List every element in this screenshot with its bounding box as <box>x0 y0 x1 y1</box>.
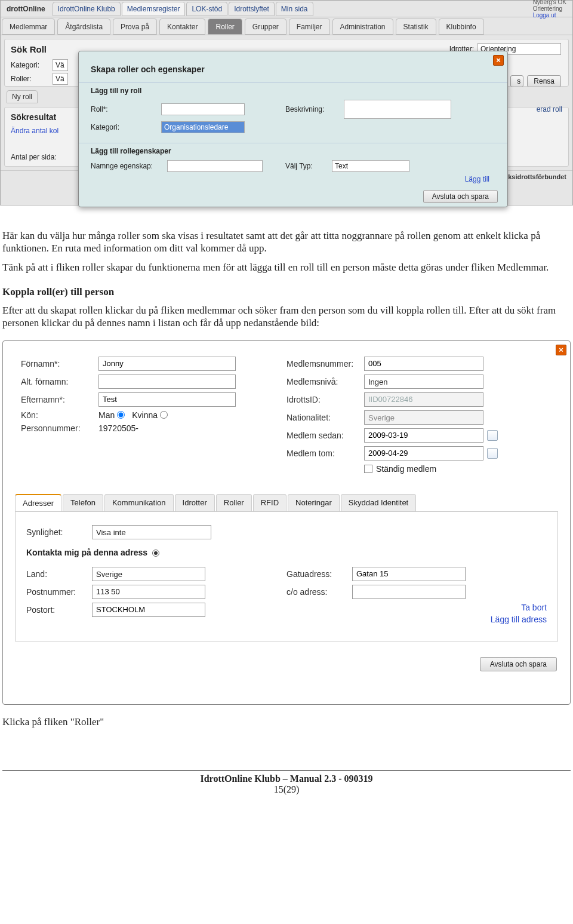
input-idrottsid <box>364 392 483 407</box>
label-medlem-tom: Medlem tom: <box>286 449 364 458</box>
close-icon[interactable]: × <box>556 345 566 355</box>
input-medlem-sedan[interactable] <box>364 428 483 443</box>
ptab-adresser[interactable]: Adresser <box>15 494 61 511</box>
ptab-skyddad[interactable]: Skyddad Identitet <box>341 494 416 511</box>
radio-man[interactable] <box>117 411 125 419</box>
checkbox-standig[interactable] <box>364 465 372 473</box>
top-tab-idrottslyftet[interactable]: Idrottslyftet <box>229 2 275 16</box>
paragraph-2: Tänk på att i fliken roller skapar du fu… <box>2 261 571 274</box>
sub-role-props: Lägg till rollegenskaper <box>91 147 495 155</box>
ptab-roller[interactable]: Roller <box>216 494 252 511</box>
new-role-tab[interactable]: Ny roll <box>7 90 38 103</box>
tab-provapa[interactable]: Prova på <box>113 19 157 35</box>
value-personnummer: 19720505- <box>98 423 138 433</box>
input-medlem-tom[interactable] <box>364 446 483 461</box>
label-egenskap: Namnge egenskap: <box>91 162 162 170</box>
search-button-trunc[interactable]: s <box>510 75 523 87</box>
label-beskrivning: Beskrivning: <box>285 105 339 113</box>
footer-rule <box>2 770 571 771</box>
logo-text: drottOnline <box>1 5 51 13</box>
close-icon[interactable]: × <box>493 55 504 66</box>
select-synlighet[interactable]: Visa inte <box>92 525 211 539</box>
ptab-rfid[interactable]: RFID <box>253 494 286 511</box>
label-typ: Välj Typ: <box>285 162 327 170</box>
sub-add-role: Lägg till ny roll <box>91 87 495 95</box>
label-medlem-sedan: Medlem sedan: <box>286 431 364 440</box>
select-kategori[interactable]: Organisationsledare <box>161 121 245 133</box>
tab-grupper[interactable]: Grupper <box>245 19 286 35</box>
input-postort[interactable] <box>92 603 205 617</box>
radio-contact-address[interactable] <box>152 550 159 557</box>
label-co-adress: c/o adress: <box>286 587 352 597</box>
tab-statistik[interactable]: Statistik <box>396 19 436 35</box>
input-gatuadress[interactable] <box>352 567 466 581</box>
label-alt-fornamn: Alt. förnamn: <box>21 377 98 386</box>
input-fornamn[interactable] <box>98 357 236 371</box>
label-nationalitet: Nationalitet: <box>286 413 364 422</box>
select-kategori-trunc[interactable]: Vä <box>53 59 68 71</box>
clear-button[interactable]: Rensa <box>527 75 561 87</box>
org-name: Nyberg's OK <box>533 0 566 5</box>
tab-administration[interactable]: Administration <box>332 19 393 35</box>
label-personnummer: Personnummer: <box>21 423 98 433</box>
radio-kvinna-label: Kvinna <box>132 410 158 420</box>
select-typ[interactable]: Text <box>332 160 409 172</box>
label-kategori-m: Kategori: <box>91 123 156 131</box>
label-postort: Postort: <box>26 605 92 615</box>
tab-roller[interactable]: Roller <box>208 19 242 35</box>
label-kategori: Kategori: <box>11 61 53 69</box>
ptab-telefon[interactable]: Telefon <box>63 494 103 511</box>
top-tab-klubb[interactable]: IdrottOnline Klubb <box>53 2 121 16</box>
input-co-adress[interactable] <box>352 585 466 599</box>
member-form: Förnamn*: Alt. förnamn: Efternamn*: Kön:… <box>3 341 570 483</box>
tab-klubbinfo[interactable]: Klubbinfo <box>439 19 484 35</box>
label-postnummer: Postnummer: <box>26 587 92 597</box>
select-nationalitet: Sverige <box>364 410 483 425</box>
ptab-idrotter[interactable]: Idrotter <box>175 494 215 511</box>
input-efternamn[interactable] <box>98 392 236 407</box>
tab-medlemmar[interactable]: Medlemmar <box>2 19 55 35</box>
select-roller-trunc[interactable]: Vä <box>53 73 68 85</box>
label-gatuadress: Gatuadress: <box>286 569 352 579</box>
member-edit-modal: × Förnamn*: Alt. förnamn: Efternamn*: Kö… <box>2 340 571 705</box>
paragraph-1: Här kan du välja hur många roller som sk… <box>2 229 571 255</box>
label-roller: Roller: <box>11 75 53 83</box>
top-tab-lokstod[interactable]: LOK-stöd <box>186 2 227 16</box>
remove-address-link[interactable]: Ta bort <box>286 603 547 612</box>
input-postnummer[interactable] <box>92 585 205 599</box>
textarea-beskrivning[interactable] <box>344 100 451 119</box>
app-screenshot-roles: drottOnline IdrottOnline Klubb Medlemsre… <box>0 0 573 205</box>
input-roll[interactable] <box>161 103 245 115</box>
calendar-icon[interactable] <box>487 430 498 441</box>
member-save-button[interactable]: Avsluta och spara <box>480 657 557 671</box>
tab-kontakter[interactable]: Kontakter <box>159 19 205 35</box>
top-tab-minsida[interactable]: Min sida <box>276 2 313 16</box>
input-egenskap[interactable] <box>167 160 263 172</box>
modal-title: Skapa roller och egenskaper <box>79 55 507 79</box>
label-medlemsnummer: Medlemsnummer: <box>286 359 364 369</box>
label-efternamn: Efternamn*: <box>21 395 98 404</box>
calendar-icon[interactable] <box>487 448 498 459</box>
modal-section-role-props: Lägg till rollegenskaper Namnge egenskap… <box>79 143 507 187</box>
label-synlighet: Synlighet: <box>26 527 92 537</box>
label-roll: Roll*: <box>91 105 156 113</box>
contact-address-heading: Kontakta mig på denna adress <box>26 548 547 557</box>
select-medlemsniva[interactable]: Ingen <box>364 374 483 389</box>
select-land[interactable]: Sverige <box>92 567 205 581</box>
doc-footer-page: 15(29) <box>274 784 300 794</box>
ptab-noteringar[interactable]: Noteringar <box>288 494 340 511</box>
input-alt-fornamn[interactable] <box>98 374 236 389</box>
top-right-user: Nyberg's OK Orientering Logga ut <box>527 0 572 20</box>
input-medlemsnummer[interactable] <box>364 357 483 371</box>
tab-familjer[interactable]: Familjer <box>289 19 330 35</box>
top-tab-medlemsregister[interactable]: Medlemsregister <box>122 2 186 16</box>
radio-kvinna[interactable] <box>160 411 168 419</box>
after-member-text: Klicka på fliken "Roller" <box>0 716 573 728</box>
add-property-link[interactable]: Lägg till <box>465 175 489 183</box>
add-address-link[interactable]: Lägg till adress <box>286 615 547 624</box>
logout-link[interactable]: Logga ut <box>533 12 566 19</box>
save-close-button[interactable]: Avsluta och spara <box>423 190 498 203</box>
ptab-kommunikation[interactable]: Kommunikation <box>104 494 174 511</box>
label-kon: Kön: <box>21 410 98 420</box>
tab-atgardslista[interactable]: Åtgärdslista <box>57 19 110 35</box>
